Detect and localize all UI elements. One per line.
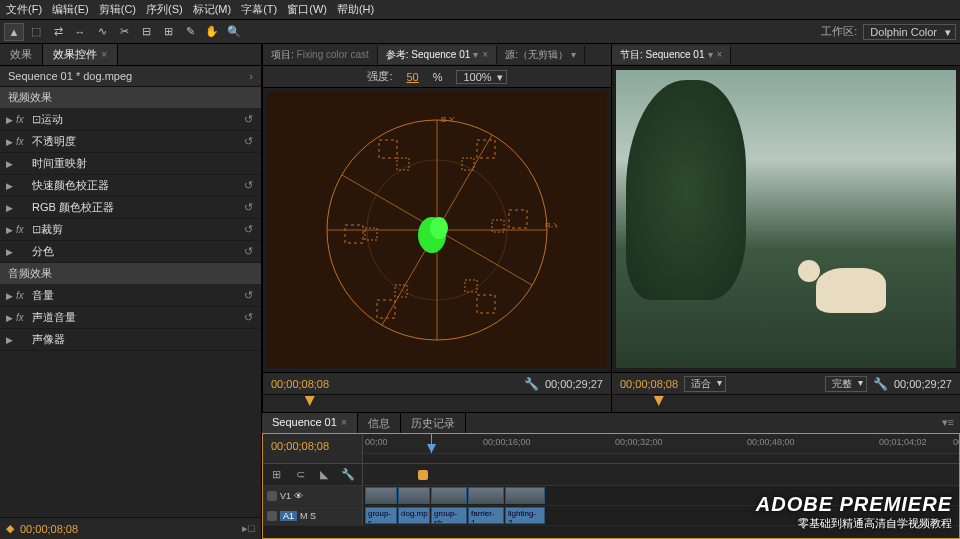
track-select-tool-icon[interactable]: ⬚: [26, 23, 46, 41]
reset-icon[interactable]: ↺: [241, 223, 255, 237]
tab-project[interactable]: 项目: Fixing color cast: [263, 46, 378, 64]
track-lock-icon[interactable]: [267, 491, 277, 501]
reset-icon[interactable]: ↺: [241, 245, 255, 259]
playhead-icon[interactable]: [305, 396, 315, 406]
tab-program[interactable]: 节目: Sequence 01×: [612, 46, 731, 64]
reset-icon[interactable]: ↺: [241, 311, 255, 325]
menu-title[interactable]: 字幕(T): [241, 2, 277, 17]
clip-video[interactable]: [468, 487, 504, 504]
menu-help[interactable]: 帮助(H): [337, 2, 374, 17]
clip-video[interactable]: [431, 487, 467, 504]
timeline-tc[interactable]: 00;00;08;08: [271, 440, 329, 452]
disclosure-icon[interactable]: ▶: [6, 181, 16, 191]
tab-sequence[interactable]: Sequence 01×: [262, 413, 358, 433]
selection-tool-icon[interactable]: ▲: [4, 23, 24, 41]
tab-info[interactable]: 信息: [358, 413, 401, 433]
disclosure-icon[interactable]: ▶: [6, 313, 16, 323]
disclosure-icon[interactable]: ▶: [6, 115, 16, 125]
clip-video[interactable]: [365, 487, 397, 504]
panel-menu-icon[interactable]: ▸□: [242, 522, 255, 535]
menu-sequence[interactable]: 序列(S): [146, 2, 183, 17]
workspace-dropdown[interactable]: Dolphin Color: [863, 24, 956, 40]
razor-tool-icon[interactable]: ✂: [114, 23, 134, 41]
settings-icon[interactable]: 🔧: [873, 377, 888, 391]
reset-icon[interactable]: ↺: [241, 201, 255, 215]
effect-channelvol[interactable]: 声道音量: [32, 310, 241, 325]
menu-clip[interactable]: 剪辑(C): [99, 2, 136, 17]
effect-panner[interactable]: 声像器: [32, 332, 255, 347]
reset-icon[interactable]: ↺: [241, 179, 255, 193]
disclosure-icon[interactable]: ▶: [6, 291, 16, 301]
chevron-icon[interactable]: ›: [249, 70, 253, 82]
menu-edit[interactable]: 编辑(E): [52, 2, 89, 17]
effect-motion[interactable]: 运动: [41, 112, 241, 127]
tab-effects[interactable]: 效果: [0, 44, 43, 65]
wrench-icon[interactable]: 🔧: [339, 467, 357, 483]
disclosure-icon[interactable]: ▶: [6, 203, 16, 213]
reset-icon[interactable]: ↺: [241, 113, 255, 127]
disclosure-icon[interactable]: ▶: [6, 247, 16, 257]
clip-audio[interactable]: group-sh: [431, 507, 467, 524]
tab-source[interactable]: 源:（无剪辑）: [497, 46, 585, 64]
track-lock-icon[interactable]: [267, 511, 277, 521]
program-tc-current[interactable]: 00;00;08;08: [620, 378, 678, 390]
menu-window[interactable]: 窗口(W): [287, 2, 327, 17]
resolution-dropdown[interactable]: 完整: [825, 376, 867, 392]
effect-timeremap[interactable]: 时间重映射: [32, 156, 255, 171]
clip-audio[interactable]: group-s: [365, 507, 397, 524]
effect-volume[interactable]: 音量: [32, 288, 241, 303]
reset-icon[interactable]: ↺: [241, 135, 255, 149]
fit-dropdown[interactable]: 适合: [684, 376, 726, 392]
disclosure-icon[interactable]: ▶: [6, 225, 16, 235]
link-icon[interactable]: ⊂: [291, 467, 309, 483]
menu-marker[interactable]: 标记(M): [193, 2, 232, 17]
track-toggle-icon[interactable]: 👁: [294, 491, 303, 501]
track-label[interactable]: V1: [280, 491, 291, 501]
ripple-tool-icon[interactable]: ⇄: [48, 23, 68, 41]
effect-fastcolor[interactable]: 快速颜色校正器: [32, 178, 241, 193]
tab-effect-controls[interactable]: 效果控件×: [43, 44, 118, 65]
mute-solo[interactable]: M S: [300, 511, 316, 521]
program-scrubber[interactable]: [612, 394, 960, 412]
pen-tool-icon[interactable]: ✎: [180, 23, 200, 41]
disclosure-icon[interactable]: ▶: [6, 159, 16, 169]
clip-video[interactable]: [398, 487, 430, 504]
zoom-dropdown[interactable]: 100%: [456, 70, 506, 84]
reset-icon[interactable]: ↺: [241, 289, 255, 303]
slide-tool-icon[interactable]: ⊞: [158, 23, 178, 41]
playhead-icon[interactable]: [427, 444, 436, 453]
close-icon[interactable]: ×: [101, 48, 107, 60]
intensity-value[interactable]: 50: [406, 71, 418, 83]
playhead-icon[interactable]: [654, 396, 664, 406]
clip-video[interactable]: [505, 487, 545, 504]
slip-tool-icon[interactable]: ⊟: [136, 23, 156, 41]
keyframe-icon[interactable]: ◆: [6, 522, 14, 535]
hand-tool-icon[interactable]: ✋: [202, 23, 222, 41]
menu-file[interactable]: 文件(F): [6, 2, 42, 17]
clip-audio[interactable]: lighting-2.: [505, 507, 545, 524]
track-a1-body[interactable]: group-s dog.mp group-sh farrier-1. light…: [363, 506, 959, 525]
tab-reference[interactable]: 参考: Sequence 01×: [378, 46, 497, 64]
rolling-tool-icon[interactable]: ↔: [70, 23, 90, 41]
in-marker-icon[interactable]: [418, 470, 428, 480]
disclosure-icon[interactable]: ▶: [6, 137, 16, 147]
tab-history[interactable]: 历史记录: [401, 413, 466, 433]
effect-threeway[interactable]: 分色: [32, 244, 241, 259]
effect-crop[interactable]: 裁剪: [41, 222, 241, 237]
effect-opacity[interactable]: 不透明度: [32, 134, 241, 149]
panel-menu-icon[interactable]: ▾≡: [936, 413, 960, 433]
track-v1-body[interactable]: [363, 486, 959, 505]
clip-audio[interactable]: farrier-1.: [468, 507, 504, 524]
clip-audio[interactable]: dog.mp: [398, 507, 430, 524]
rate-tool-icon[interactable]: ∿: [92, 23, 112, 41]
disclosure-icon[interactable]: ▶: [6, 335, 16, 345]
effect-rgbcolor[interactable]: RGB 颜色校正器: [32, 200, 241, 215]
snap-icon[interactable]: ⊞: [267, 467, 285, 483]
reference-tc-current[interactable]: 00;00;08;08: [271, 378, 329, 390]
settings-icon[interactable]: 🔧: [524, 377, 539, 391]
time-ruler[interactable]: 00;00 00;00;16;00 00;00;32;00 00;00;48;0…: [363, 434, 959, 454]
reference-scrubber[interactable]: [263, 394, 611, 412]
marker-icon[interactable]: ◣: [315, 467, 333, 483]
program-display[interactable]: [616, 70, 956, 368]
track-label[interactable]: A1: [280, 511, 297, 521]
